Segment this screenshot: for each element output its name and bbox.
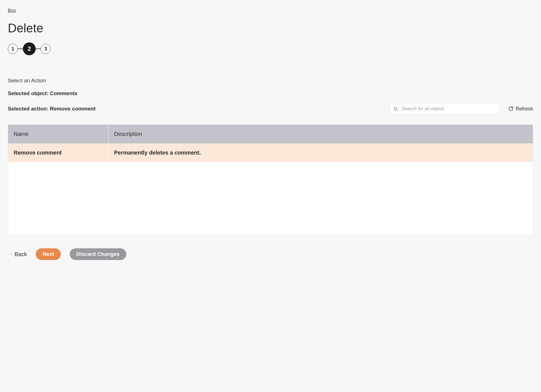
table-empty-space bbox=[8, 162, 533, 235]
step-connector bbox=[36, 49, 41, 49]
refresh-button[interactable]: Refresh bbox=[508, 106, 533, 112]
step-1[interactable]: 1 bbox=[8, 44, 18, 54]
column-header-description[interactable]: Description bbox=[108, 125, 533, 143]
stepper: 1 2 3 bbox=[8, 42, 533, 55]
next-button[interactable]: Next bbox=[36, 248, 61, 260]
cell-name: Remove comment bbox=[8, 143, 108, 162]
back-button[interactable]: Back bbox=[10, 251, 27, 258]
selected-object-line: Selected object: Comments bbox=[8, 90, 533, 97]
step-3[interactable]: 3 bbox=[41, 44, 51, 54]
refresh-label: Refresh bbox=[516, 106, 533, 112]
discard-button[interactable]: Discard Changes bbox=[70, 248, 126, 260]
refresh-icon bbox=[508, 106, 513, 111]
search-box bbox=[389, 103, 501, 114]
selected-action-line: Selected action: Remove comment bbox=[8, 106, 96, 112]
section-subheading: Select an Action bbox=[8, 78, 533, 84]
cell-description: Permanently deletes a comment. bbox=[108, 143, 533, 162]
step-2[interactable]: 2 bbox=[23, 42, 36, 55]
search-icon bbox=[393, 107, 398, 111]
footer-actions: Back Next Discard Changes bbox=[8, 248, 533, 260]
breadcrumb-link[interactable]: Box bbox=[8, 8, 16, 13]
actions-table: Name Description Remove comment Permanen… bbox=[8, 124, 533, 235]
table-row[interactable]: Remove comment Permanently deletes a com… bbox=[8, 143, 533, 162]
page-title: Delete bbox=[8, 21, 533, 35]
chevron-left-icon bbox=[10, 252, 13, 256]
step-connector bbox=[18, 49, 23, 49]
search-input[interactable] bbox=[389, 103, 501, 114]
svg-line-1 bbox=[397, 110, 397, 110]
back-label: Back bbox=[15, 251, 27, 258]
column-header-name[interactable]: Name bbox=[8, 125, 108, 143]
table-header: Name Description bbox=[8, 125, 533, 143]
